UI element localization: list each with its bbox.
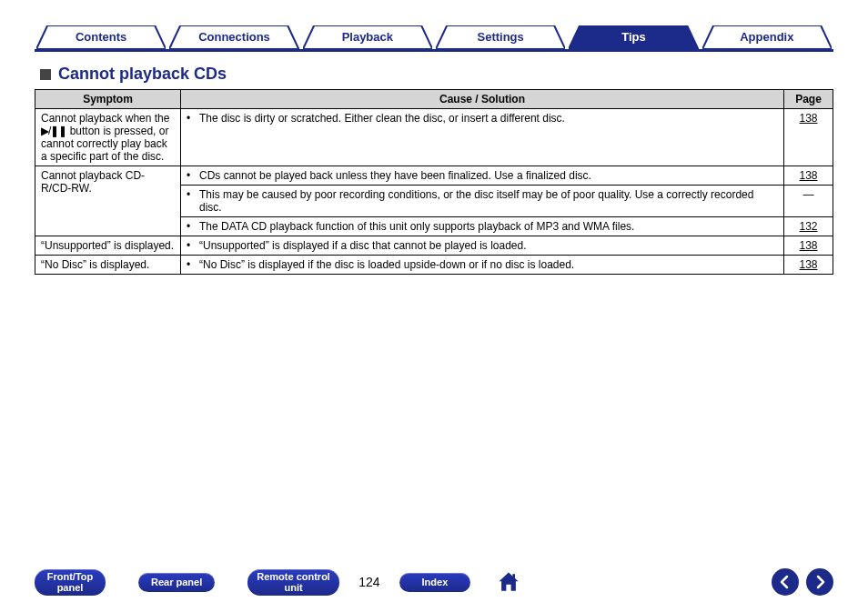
th-cause: Cause / Solution	[181, 90, 784, 109]
solution-cell: •“No Disc” is displayed if the disc is l…	[181, 256, 784, 275]
table-row: “No Disc” is displayed.•“No Disc” is dis…	[35, 256, 833, 275]
next-page-button[interactable]	[806, 568, 833, 596]
page-ref-cell: 138	[784, 166, 833, 186]
page-ref-cell: —	[784, 186, 833, 217]
tab-tips[interactable]: Tips	[569, 25, 698, 49]
tab-label: Playback	[342, 30, 393, 44]
table-row: “Unsupported” is displayed.•“Unsupported…	[35, 236, 833, 256]
home-icon[interactable]	[496, 569, 521, 595]
solution-cell: •The disc is dirty or scratched. Either …	[181, 109, 784, 166]
tab-label: Connections	[198, 30, 270, 44]
symptom-cell: “No Disc” is displayed.	[35, 256, 181, 275]
page-link[interactable]: 132	[799, 220, 817, 233]
solution-cell: •The DATA CD playback function of this u…	[181, 217, 784, 236]
svg-rect-0	[512, 574, 515, 578]
page-ref-cell: 138	[784, 109, 833, 166]
tab-label: Settings	[478, 30, 524, 44]
square-bullet-icon	[40, 69, 51, 80]
symptom-cell: Cannot playback when the ▶/❚❚ button is …	[35, 109, 181, 166]
tab-connections[interactable]: Connections	[169, 25, 298, 49]
rear-panel-button[interactable]: Rear panel	[138, 573, 215, 592]
tab-settings[interactable]: Settings	[436, 25, 565, 49]
top-tabs: ContentsConnectionsPlaybackSettingsTipsA…	[35, 25, 833, 52]
tab-label: Contents	[76, 30, 126, 44]
play-pause-icon: ▶/❚❚	[41, 125, 66, 137]
tab-appendix[interactable]: Appendix	[702, 25, 832, 49]
symptom-cell: “Unsupported” is displayed.	[35, 236, 181, 256]
page-number: 124	[356, 575, 383, 589]
th-page: Page	[784, 90, 833, 109]
page-ref-cell: 132	[784, 217, 833, 236]
page-link[interactable]: 138	[799, 112, 817, 125]
tab-playback[interactable]: Playback	[303, 25, 432, 49]
th-symptom: Symptom	[35, 90, 181, 109]
tab-label: Appendix	[740, 30, 793, 44]
page-link[interactable]: 138	[799, 169, 817, 182]
solution-cell: •“Unsupported” is displayed if a disc th…	[181, 236, 784, 256]
page-link[interactable]: 138	[799, 239, 817, 252]
front-top-panel-button[interactable]: Front/Toppanel	[35, 569, 106, 596]
page-link[interactable]: 138	[799, 258, 817, 271]
table-row: Cannot playback CD-R/CD-RW.•CDs cannot b…	[35, 166, 833, 186]
tab-contents[interactable]: Contents	[36, 25, 166, 49]
tab-label: Tips	[621, 30, 646, 44]
section-heading: Cannot playback CDs	[40, 65, 833, 84]
symptom-cell: Cannot playback CD-R/CD-RW.	[35, 166, 181, 236]
solution-cell: •CDs cannot be played back unless they h…	[181, 166, 784, 186]
bottom-bar: Front/Toppanel Rear panel Remote control…	[0, 568, 868, 596]
heading-text: Cannot playback CDs	[58, 65, 227, 84]
page-ref-cell: 138	[784, 256, 833, 275]
page-ref-cell: 138	[784, 236, 833, 256]
solution-cell: •This may be caused by poor recording co…	[181, 186, 784, 217]
troubleshooting-table: Symptom Cause / Solution Page Cannot pla…	[35, 89, 833, 275]
index-button[interactable]: Index	[399, 573, 470, 592]
remote-control-button[interactable]: Remote controlunit	[247, 569, 339, 596]
prev-page-button[interactable]	[772, 568, 799, 596]
table-row: Cannot playback when the ▶/❚❚ button is …	[35, 109, 833, 166]
